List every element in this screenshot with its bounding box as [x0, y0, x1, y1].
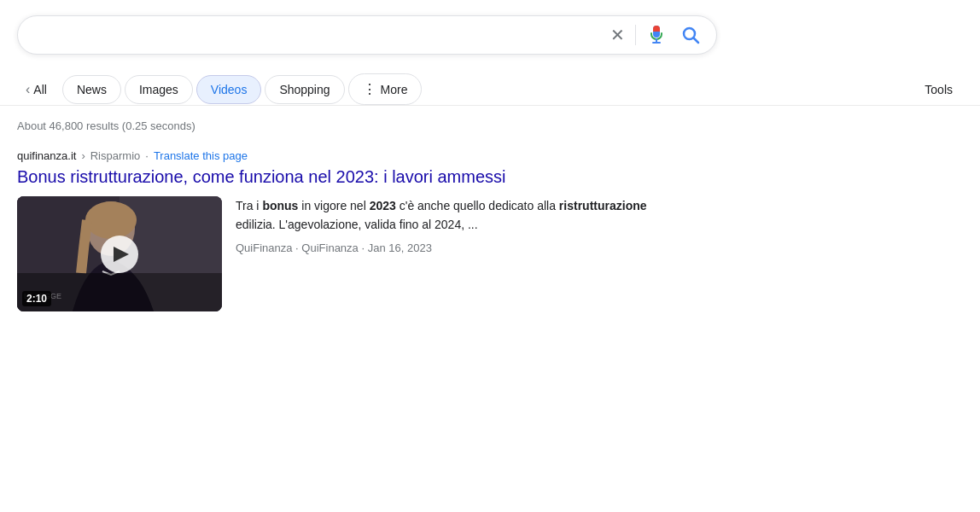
video-result: LA LEGGE 2:10 Tra i bonus in vigore nel …: [17, 196, 683, 311]
play-button[interactable]: [101, 236, 138, 273]
video-publisher: QuiFinanza: [301, 241, 358, 254]
video-source: QuiFinanza: [236, 241, 292, 254]
search-bar-container: bonus ristrutturazione 2023 ✕: [0, 0, 980, 67]
svg-line-1: [694, 38, 699, 44]
results-area: About 46,800 results (0.25 seconds) quif…: [0, 106, 700, 311]
back-arrow-icon: ‹: [26, 82, 30, 97]
result-separator: ›: [81, 149, 85, 162]
tools-button[interactable]: Tools: [914, 76, 963, 103]
search-input[interactable]: bonus ristrutturazione 2023: [33, 26, 602, 44]
filter-tab-more[interactable]: ⋮ More: [348, 73, 423, 105]
video-duration: 2:10: [22, 291, 51, 306]
filter-bar: ‹ All News Images Videos Shopping ⋮ More…: [0, 67, 980, 106]
search-bar-icons: ✕: [610, 25, 701, 45]
search-bar: bonus ristrutturazione 2023 ✕: [17, 15, 717, 55]
search-submit-icon[interactable]: [680, 25, 701, 45]
filter-tab-shopping[interactable]: Shopping: [265, 75, 344, 104]
filter-tab-videos[interactable]: Videos: [196, 75, 262, 104]
results-count: About 46,800 results (0.25 seconds): [17, 119, 683, 132]
video-description: Tra i bonus in vigore nel 2023 c'è anche…: [236, 196, 683, 235]
all-tab-label: All: [33, 83, 47, 96]
video-meta: QuiFinanza · QuiFinanza · Jan 16, 2023: [236, 241, 683, 254]
separator-dot: ·: [145, 149, 149, 162]
play-icon: [114, 247, 129, 262]
result-path: Risparmio: [90, 149, 141, 162]
search-divider: [635, 25, 636, 45]
video-info: Tra i bonus in vigore nel 2023 c'è anche…: [236, 196, 683, 311]
result-item: quifinanza.it › Risparmio · Translate th…: [17, 149, 683, 311]
filter-tab-images[interactable]: Images: [125, 75, 193, 104]
more-dots-icon: ⋮: [363, 81, 377, 97]
video-thumbnail[interactable]: LA LEGGE 2:10: [17, 196, 222, 311]
result-url-line: quifinanza.it › Risparmio · Translate th…: [17, 149, 683, 162]
video-meta-sep2: ·: [361, 241, 367, 254]
mic-icon[interactable]: [646, 25, 667, 45]
result-site: quifinanza.it: [17, 149, 76, 162]
clear-icon[interactable]: ✕: [610, 25, 625, 45]
result-title[interactable]: Bonus ristrutturazione, come funziona ne…: [17, 166, 683, 188]
filter-all-tab[interactable]: ‹ All: [17, 75, 55, 104]
filter-tab-news[interactable]: News: [62, 75, 121, 104]
translate-link[interactable]: Translate this page: [154, 149, 248, 162]
video-date: Jan 16, 2023: [368, 241, 432, 254]
